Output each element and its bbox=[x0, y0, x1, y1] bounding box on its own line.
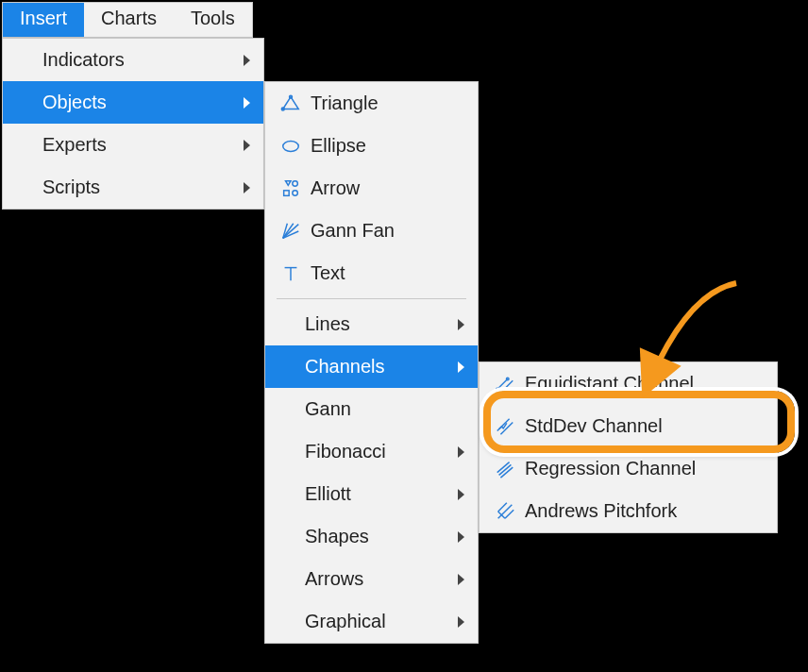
menu-label: Arrows bbox=[278, 568, 458, 590]
channels-menu-stddev[interactable]: StdDev Channel bbox=[480, 405, 777, 447]
menu-label: Fibonacci bbox=[278, 441, 458, 462]
menu-label: Text bbox=[303, 262, 468, 284]
arrow-icon bbox=[278, 178, 303, 199]
chevron-right-icon bbox=[458, 361, 464, 373]
chevron-right-icon bbox=[458, 446, 464, 458]
menu-label: Objects bbox=[16, 92, 244, 113]
text-icon bbox=[278, 263, 303, 284]
menu-label: Gann bbox=[278, 398, 468, 420]
chevron-right-icon bbox=[458, 319, 464, 330]
chevron-right-icon bbox=[458, 489, 464, 500]
insert-menu-indicators[interactable]: Indicators bbox=[3, 39, 263, 81]
menubar: Insert Charts Tools bbox=[2, 2, 253, 38]
menubar-item-tools[interactable]: Tools bbox=[174, 3, 252, 37]
equi-channel-icon bbox=[493, 374, 517, 395]
triangle-icon bbox=[278, 93, 303, 114]
svg-point-7 bbox=[293, 190, 298, 195]
chevron-right-icon bbox=[458, 531, 464, 543]
objects-menu: Triangle Ellipse Arrow Gann Fan bbox=[264, 81, 479, 644]
menu-label: Andrews Pitchfork bbox=[517, 500, 767, 522]
objects-menu-lines[interactable]: Lines bbox=[265, 303, 478, 345]
insert-menu-experts[interactable]: Experts bbox=[3, 124, 263, 166]
objects-menu-text[interactable]: Text bbox=[265, 252, 478, 294]
menu-label: Indicators bbox=[16, 49, 244, 71]
insert-menu-objects[interactable]: Objects bbox=[3, 81, 263, 124]
objects-menu-arrows[interactable]: Arrows bbox=[265, 558, 478, 600]
menubar-item-charts[interactable]: Charts bbox=[84, 3, 174, 37]
chevron-right-icon bbox=[244, 182, 250, 193]
objects-menu-channels[interactable]: Channels bbox=[265, 345, 478, 388]
menu-label: Channels bbox=[278, 356, 458, 378]
chevron-right-icon bbox=[458, 616, 464, 628]
objects-menu-gann[interactable]: Gann bbox=[265, 388, 478, 430]
objects-menu-ellipse[interactable]: Ellipse bbox=[265, 125, 478, 167]
menu-label: Experts bbox=[16, 134, 244, 156]
chevron-right-icon bbox=[244, 140, 250, 151]
menu-label: StdDev Channel bbox=[517, 415, 767, 437]
svg-marker-4 bbox=[286, 180, 292, 185]
channels-menu-equidistant[interactable]: Equidistant Channel bbox=[480, 362, 777, 405]
objects-menu-graphical[interactable]: Graphical bbox=[265, 600, 478, 643]
menu-label: Lines bbox=[278, 313, 458, 335]
channels-menu-regression[interactable]: Regression Channel bbox=[480, 447, 777, 490]
svg-point-3 bbox=[283, 141, 299, 151]
menu-label: Equidistant Channel bbox=[517, 373, 767, 395]
insert-menu: Indicators Objects Experts Scripts bbox=[2, 38, 264, 210]
menu-label: Scripts bbox=[16, 176, 244, 198]
objects-menu-gannfan[interactable]: Gann Fan bbox=[265, 210, 478, 252]
chevron-right-icon bbox=[458, 574, 464, 585]
insert-menu-scripts[interactable]: Scripts bbox=[3, 166, 263, 209]
regression-channel-icon bbox=[493, 459, 517, 479]
menu-label: Gann Fan bbox=[303, 220, 468, 242]
objects-menu-elliott[interactable]: Elliott bbox=[265, 473, 478, 515]
stddev-channel-icon bbox=[493, 416, 517, 437]
menubar-item-insert[interactable]: Insert bbox=[3, 3, 84, 37]
chevron-right-icon bbox=[244, 97, 250, 109]
ellipse-icon bbox=[278, 136, 303, 157]
menu-label: Elliott bbox=[278, 483, 458, 505]
chevron-right-icon bbox=[244, 55, 250, 66]
menu-label: Graphical bbox=[278, 611, 458, 632]
menu-label: Shapes bbox=[278, 526, 458, 547]
channels-menu: Equidistant Channel StdDev Channel Regre… bbox=[479, 361, 778, 533]
menu-label: Triangle bbox=[303, 92, 468, 114]
menu-separator bbox=[277, 298, 466, 299]
channels-menu-pitchfork[interactable]: Andrews Pitchfork bbox=[480, 490, 777, 532]
menu-label: Ellipse bbox=[303, 135, 468, 157]
objects-menu-shapes[interactable]: Shapes bbox=[265, 515, 478, 558]
svg-point-5 bbox=[293, 180, 298, 186]
objects-menu-fibonacci[interactable]: Fibonacci bbox=[265, 430, 478, 473]
svg-line-23 bbox=[498, 504, 513, 518]
gannfan-icon bbox=[278, 221, 303, 242]
svg-rect-6 bbox=[284, 190, 290, 195]
objects-menu-triangle[interactable]: Triangle bbox=[265, 82, 478, 125]
menu-label: Arrow bbox=[303, 177, 468, 199]
objects-menu-arrow[interactable]: Arrow bbox=[265, 167, 478, 210]
menu-label: Regression Channel bbox=[517, 458, 767, 479]
pitchfork-icon bbox=[493, 501, 517, 522]
